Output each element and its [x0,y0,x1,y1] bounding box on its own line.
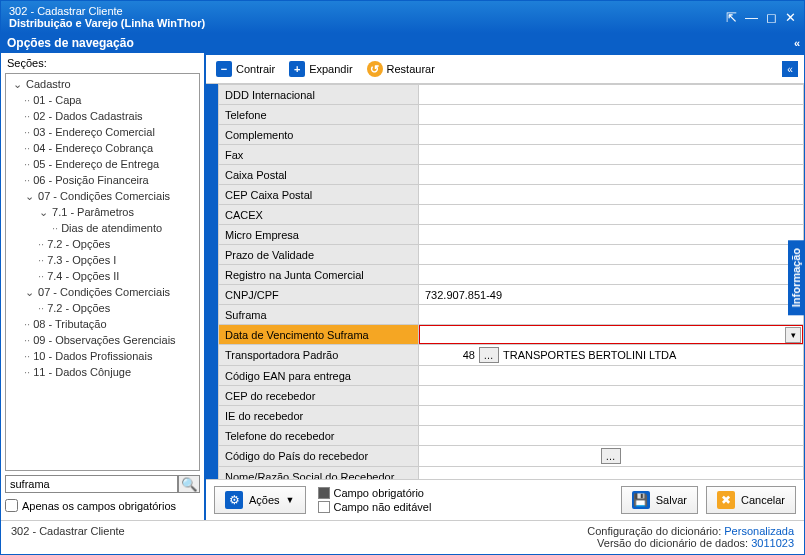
field-label: Suframa [219,305,419,325]
tree-item[interactable]: ·· 08 - Tributação [10,316,195,332]
gear-icon: ⚙ [225,491,243,509]
dropdown-icon[interactable]: ▾ [785,327,801,343]
tree-item[interactable]: ·· 09 - Observações Gerenciais [10,332,195,348]
field-value[interactable] [419,105,804,125]
lookup-button[interactable]: … [479,347,499,363]
grid-row[interactable]: Caixa Postal [219,165,804,185]
minimize-icon[interactable]: — [745,10,758,25]
close-icon[interactable]: ✕ [785,10,796,25]
grid-row[interactable]: Suframa [219,305,804,325]
tree-item[interactable]: ⌄ 07 - Condições Comerciais [10,284,195,300]
grid-row[interactable]: Fax [219,145,804,165]
grid-row[interactable]: DDD Internacional [219,85,804,105]
search-icon: 🔍 [181,477,198,492]
field-value[interactable] [419,386,804,406]
field-value[interactable] [419,125,804,145]
maximize-icon[interactable]: ◻ [766,10,777,25]
grid-row[interactable]: CEP do recebedor [219,386,804,406]
grid-row[interactable]: CACEX [219,205,804,225]
tree-item[interactable]: ·· 7.2 - Opções [10,300,195,316]
tree-item[interactable]: ·· 7.3 - Opções I [10,252,195,268]
field-value[interactable] [419,225,804,245]
grid-row[interactable]: Código do País do recebedor… [219,446,804,467]
grid-row[interactable]: Data de Vencimento Suframa▾ [219,325,804,345]
grid-row[interactable]: Código EAN para entrega [219,366,804,386]
active-field-input[interactable] [420,327,785,343]
only-mandatory-checkbox[interactable] [5,499,18,512]
lookup-button[interactable]: … [601,448,621,464]
field-value[interactable] [419,366,804,386]
search-button[interactable]: 🔍 [178,475,200,493]
window-subtitle: Distribuição e Varejo (Linha WinThor) [9,17,205,29]
field-label: DDD Internacional [219,85,419,105]
dict-config-link[interactable]: Personalizada [724,525,794,537]
dict-version-link[interactable]: 3011023 [751,537,794,549]
tree-item[interactable]: ·· 04 - Endereço Cobrança [10,140,195,156]
grid-row[interactable]: Transportadora Padrão48…TRANSPORTES BERT… [219,345,804,366]
collapse-right-icon[interactable]: « [782,61,798,77]
grid-scroll[interactable]: DDD InternacionalTelefoneComplementoFaxC… [206,84,804,479]
tree-item[interactable]: ⌄ Cadastro [10,76,195,92]
field-value[interactable]: … [419,446,804,467]
field-label: Caixa Postal [219,165,419,185]
collapse-nav-icon[interactable]: « [794,37,798,49]
readonly-swatch [318,501,330,513]
grid-row[interactable]: Telefone do recebedor [219,426,804,446]
field-value[interactable] [419,245,804,265]
field-label: Complemento [219,125,419,145]
grid-row[interactable]: Telefone [219,105,804,125]
tree-item[interactable]: ·· 01 - Capa [10,92,195,108]
field-value[interactable] [419,165,804,185]
grid-row[interactable]: Prazo de Validade [219,245,804,265]
field-value[interactable] [419,426,804,446]
nav-header-label: Opções de navegação [7,36,134,50]
field-value[interactable] [419,145,804,165]
restaurar-button[interactable]: ↺Restaurar [363,59,439,79]
field-value[interactable] [419,85,804,105]
cancelar-button[interactable]: ✖ Cancelar [706,486,796,514]
popout-icon[interactable]: ⇱ [726,10,737,25]
field-label: CEP do recebedor [219,386,419,406]
acoes-button[interactable]: ⚙ Ações ▼ [214,486,306,514]
grid-row[interactable]: CNPJ/CPF732.907.851-49 [219,285,804,305]
tree-scroll[interactable]: ⌄ Cadastro·· 01 - Capa·· 02 - Dados Cada… [5,73,200,471]
field-value[interactable] [419,406,804,426]
grid-row[interactable]: Complemento [219,125,804,145]
tree-item[interactable]: ·· 03 - Endereço Comercial [10,124,195,140]
tree-item[interactable]: ·· 7.4 - Opções II [10,268,195,284]
salvar-button[interactable]: 💾 Salvar [621,486,698,514]
status-left: 302 - Cadastrar Cliente [11,525,125,549]
cancel-icon: ✖ [717,491,735,509]
search-input[interactable] [5,475,178,493]
field-value[interactable] [419,265,804,285]
field-value[interactable]: ▾ [419,325,804,345]
tree-item[interactable]: ⌄ 7.1 - Parâmetros [10,204,195,220]
field-value[interactable] [419,305,804,325]
grid-row[interactable]: CEP Caixa Postal [219,185,804,205]
grid-row[interactable]: IE do recebedor [219,406,804,426]
grid-row[interactable]: Micro Empresa [219,225,804,245]
contrair-button[interactable]: −Contrair [212,59,279,79]
field-value[interactable]: 48…TRANSPORTES BERTOLINI LTDA [419,345,804,366]
field-value[interactable]: 732.907.851-49 [419,285,804,305]
info-tab[interactable]: Informação [788,240,804,315]
tree-item[interactable]: ·· 7.2 - Opções [10,236,195,252]
tree-item[interactable]: ·· 02 - Dados Cadastrais [10,108,195,124]
nav-header: Opções de navegação « [1,33,804,53]
tree-item[interactable]: ·· Dias de atendimento [10,220,195,236]
tree-item[interactable]: ·· 10 - Dados Profissionais [10,348,195,364]
tree-item[interactable]: ⌄ 07 - Condições Comerciais [10,188,195,204]
tree-item[interactable]: ·· 11 - Dados Cônjuge [10,364,195,380]
grid-row[interactable]: Registro na Junta Comercial [219,265,804,285]
legend: Campo obrigatório Campo não editável [318,487,432,513]
expandir-button[interactable]: +Expandir [285,59,356,79]
plus-icon: + [289,61,305,77]
field-value[interactable] [419,185,804,205]
tree-item[interactable]: ·· 05 - Endereço de Entrega [10,156,195,172]
field-value[interactable] [419,205,804,225]
field-value[interactable] [419,467,804,480]
mandatory-swatch [318,487,330,499]
tree-item[interactable]: ·· 06 - Posição Financeira [10,172,195,188]
grid-row[interactable]: Nome/Razão Social do Recebedor [219,467,804,480]
field-label: Fax [219,145,419,165]
